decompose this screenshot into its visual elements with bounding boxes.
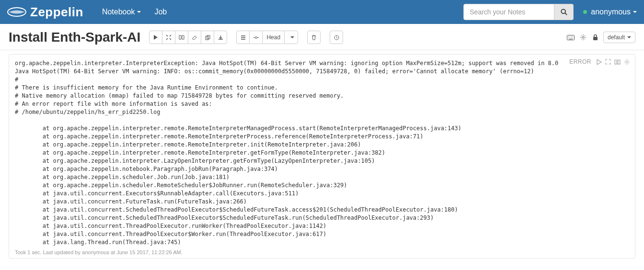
top-navbar: Zeppelin Notebook Job anonymous (0, 0, 644, 24)
clock-icon (334, 35, 339, 40)
brand-text: Zeppelin (30, 5, 83, 20)
commit-button[interactable] (249, 31, 263, 44)
user-menu[interactable]: anonymous (583, 8, 637, 16)
run-all-button[interactable] (149, 31, 162, 44)
search-group (463, 4, 574, 20)
svg-rect-12 (593, 37, 598, 40)
paragraph-settings-button[interactable] (624, 59, 630, 65)
trash-button[interactable] (307, 31, 321, 44)
gear-icon (624, 59, 630, 65)
svg-marker-13 (597, 59, 601, 65)
search-icon (561, 9, 567, 15)
play-icon (153, 35, 158, 40)
caret-down-icon (633, 11, 637, 13)
paragraph-status: ERROR (569, 58, 591, 65)
show-hide-output-button[interactable] (175, 31, 188, 44)
play-icon (597, 59, 602, 65)
lock-icon (593, 34, 598, 41)
svg-point-1 (561, 9, 565, 13)
permissions-button[interactable] (591, 33, 600, 42)
download-icon (218, 35, 223, 40)
brand-logo[interactable]: Zeppelin (7, 5, 83, 20)
eraser-icon (192, 35, 197, 40)
book-icon (614, 59, 621, 65)
expand-paragraph-button[interactable] (605, 59, 611, 65)
mode-dropdown[interactable]: default (603, 32, 635, 43)
toggle-output-button[interactable] (614, 59, 621, 65)
list-icon (241, 35, 246, 40)
nav-job[interactable]: Job (148, 8, 173, 16)
expand-icon (605, 59, 611, 65)
svg-point-14 (626, 61, 628, 63)
svg-marker-3 (154, 35, 158, 40)
paragraph-output: org.apache.zeppelin.interpreter.Interpre… (15, 59, 629, 247)
trash-icon (311, 35, 316, 40)
gear-icon (580, 34, 586, 41)
paragraph: ERROR org.apache.zeppelin.interpreter.In… (9, 54, 635, 259)
interpreter-binding-button[interactable] (578, 33, 588, 42)
keyboard-icon (567, 35, 575, 40)
commit-icon (253, 35, 259, 40)
expand-icon (166, 34, 172, 40)
head-dropdown[interactable]: Head (262, 31, 285, 44)
run-paragraph-button[interactable] (597, 59, 602, 65)
clone-note-button[interactable] (201, 31, 214, 44)
book-icon (179, 35, 184, 40)
head-caret[interactable] (284, 31, 298, 44)
svg-point-6 (255, 36, 257, 38)
scheduler-button[interactable] (330, 31, 343, 44)
caret-down-icon (627, 36, 631, 38)
clear-output-button[interactable] (188, 31, 201, 44)
status-dot-icon (583, 10, 587, 14)
version-control-button[interactable] (236, 31, 250, 44)
caret-down-icon (137, 11, 141, 13)
keyboard-shortcuts-button[interactable] (566, 33, 575, 42)
note-title[interactable]: Install Enth-Spark-AI (9, 30, 140, 45)
search-input[interactable] (463, 4, 554, 20)
svg-line-2 (565, 13, 567, 15)
nav-notebook[interactable]: Notebook (95, 8, 148, 16)
search-button[interactable] (554, 4, 574, 20)
svg-point-11 (582, 36, 584, 38)
copy-icon (205, 35, 210, 40)
export-note-button[interactable] (214, 31, 227, 44)
caret-down-icon (290, 36, 294, 38)
note-header: Install Enth-Spark-AI Head default (0, 24, 644, 50)
zeppelin-icon (7, 6, 26, 18)
show-hide-code-button[interactable] (162, 31, 175, 44)
paragraph-footer: Took 1 sec. Last updated by anonymous at… (15, 249, 629, 255)
paragraph-controls: ERROR (569, 58, 630, 65)
